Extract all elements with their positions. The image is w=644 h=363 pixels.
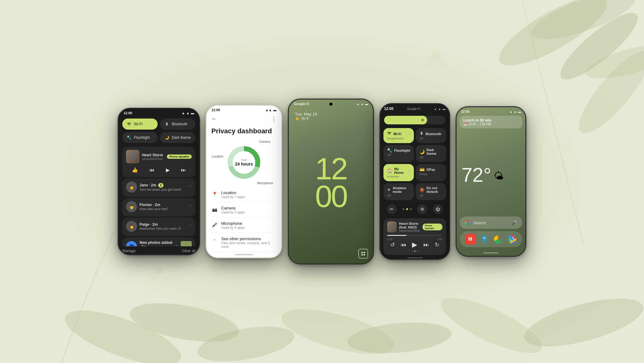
chart-location-label: Location bbox=[212, 155, 223, 158]
other-sub: Files and media, contacts, and 3 more bbox=[221, 241, 277, 248]
qs-screen: 12:00 Google Fi ▲ ▲ ▬ bbox=[380, 104, 449, 259]
notif-photos-expand[interactable]: ⌄ bbox=[175, 243, 178, 246]
home-screen: 12:00 ▲ ▲ ▬ Lunch in 30 min 📅 12:30 – 1:… bbox=[457, 107, 525, 256]
qs-home-row: 🏠 My Home › bbox=[387, 167, 410, 174]
dnd-tile-sub: Off bbox=[419, 194, 442, 197]
qs-music-controls: ↺ ⏮ ▶ ⏭ ↻ bbox=[387, 241, 442, 249]
dot3 bbox=[410, 208, 412, 210]
home-indicator bbox=[206, 252, 281, 257]
qs-dark-theme-tile[interactable]: 🌙 Dark theme Off bbox=[416, 145, 446, 162]
qs-edit-button[interactable]: ✏ bbox=[387, 204, 397, 214]
notif-paige: 👩 Paige · 2m ⌄ Awesome! See you soon :0 bbox=[122, 218, 195, 236]
qs-cast-btn[interactable]: ↻ bbox=[435, 241, 439, 248]
recent-apps-button[interactable] bbox=[358, 249, 368, 259]
flashlight-tile-sub: Off bbox=[387, 154, 410, 157]
camera-title: Camera bbox=[221, 206, 277, 210]
qs-flashlight-label: Flashlight bbox=[134, 135, 150, 140]
app-photos[interactable] bbox=[493, 234, 504, 245]
qs-gpay-tile[interactable]: 💳 GPay Ready bbox=[416, 164, 446, 181]
home-temperature: 72° bbox=[461, 165, 491, 185]
notif-florian-avatar: 👨 bbox=[126, 201, 137, 212]
privacy-microphone[interactable]: 🎤 Microphone Used by 6 apps bbox=[211, 218, 277, 233]
qs-flashlight-tile[interactable]: 🔦 Flashlight Off bbox=[383, 145, 414, 162]
music-album-art: 🎵 bbox=[126, 150, 139, 163]
notif-photos-name: New photos added · 5m bbox=[139, 240, 173, 246]
qs-music-top: 🎵 Heart Storm (feat. NAO) serpentwithfee… bbox=[387, 221, 442, 232]
qs-wifi-row: Wi-Fi › bbox=[387, 131, 410, 136]
phone1-time: 12:00 bbox=[124, 111, 132, 115]
qs-wifi-tile[interactable]: Wi-Fi › GoogleGuest bbox=[383, 128, 414, 143]
phone3-carrier: Google Fi bbox=[294, 102, 309, 106]
qs-dark-label: Dark theme bbox=[172, 135, 191, 140]
qs-play-btn[interactable]: ▶ bbox=[412, 241, 417, 249]
phone3-status-icons: ▲ ▲ ▬ bbox=[356, 102, 368, 106]
wifi-icon bbox=[127, 122, 132, 127]
other-title: See other permissions bbox=[221, 236, 277, 241]
qs-tile-bluetooth[interactable]: Bluetooth bbox=[160, 119, 195, 130]
search-text: Search bbox=[473, 221, 486, 225]
music-next-btn[interactable]: ⏭ bbox=[181, 167, 186, 173]
phone4-time-area: 12:00 bbox=[384, 107, 394, 111]
qs-power-button[interactable]: ⏻ bbox=[433, 204, 443, 214]
music-play-btn[interactable]: ▶ bbox=[166, 167, 170, 173]
phone-quick-settings: 12:00 Google Fi ▲ ▲ ▬ bbox=[379, 103, 450, 260]
app-gmail[interactable]: M bbox=[465, 234, 476, 245]
app-chrome[interactable] bbox=[506, 234, 517, 245]
notif-jane-header: 👩 Jane · 2m 2 ⌄ Text me when you get her… bbox=[126, 182, 192, 193]
location-icon: 📍 bbox=[211, 191, 218, 197]
notif-paige-expand[interactable]: ⌄ bbox=[189, 222, 192, 227]
phone-notifications: 12:00 ▲ ▲ ▬ Wi-Fi bbox=[118, 108, 200, 255]
notif-paige-avatar: 👩 bbox=[126, 221, 137, 232]
qs-bluetooth-label: Bluetooth bbox=[172, 122, 187, 126]
wifi-tile-sub: GoogleGuest bbox=[387, 137, 410, 140]
qs-tile-flashlight[interactable]: 🔦 Flashlight bbox=[122, 132, 158, 143]
back-button[interactable]: ← bbox=[211, 116, 217, 122]
clear-all-button[interactable]: Clear all bbox=[182, 249, 195, 253]
camera-icon: 📷 bbox=[211, 206, 218, 213]
home-search-bar[interactable]: Search 🎤 bbox=[460, 217, 522, 229]
phone1-screen: 12:00 ▲ ▲ ▬ Wi-Fi bbox=[119, 109, 199, 254]
phone5-home-indicator bbox=[457, 250, 525, 256]
privacy-location[interactable]: 📍 Location Used by 7 apps bbox=[211, 187, 277, 202]
music-thumb-up[interactable]: 👍 bbox=[132, 167, 138, 173]
mic-icon[interactable]: 🎤 bbox=[511, 220, 517, 226]
privacy-items: 📍 Location Used by 7 apps 📷 Camera Used … bbox=[206, 187, 281, 252]
more-button[interactable]: ⋮ bbox=[271, 115, 277, 122]
qs-dnd-tile[interactable]: 🔕 Do not disturb Off bbox=[416, 183, 446, 200]
qs-bluetooth-tile[interactable]: Bluetooth Off bbox=[416, 128, 446, 143]
notification-actions: Manage Clear all bbox=[119, 246, 199, 254]
phone2-battery: ▬ bbox=[273, 108, 277, 112]
notif-paige-name: Paige · 2m bbox=[139, 222, 158, 227]
dnd-tile-name: Do not disturb bbox=[426, 186, 442, 193]
qs-tile-dark-theme[interactable]: 🌙 Dark theme bbox=[160, 132, 195, 143]
notif-photos: 🖼 New photos added · 5m ⌄ Weekend getawa… bbox=[122, 237, 195, 246]
privacy-camera[interactable]: 📷 Camera Used by 5 apps bbox=[211, 203, 277, 217]
phone-clock: Google Fi ▲ ▲ ▬ Tue, May 18 ☀️ 76°F bbox=[288, 99, 374, 264]
notif-florian-expand[interactable]: ⌄ bbox=[189, 203, 192, 207]
qs-tile-wifi[interactable]: Wi-Fi bbox=[122, 119, 158, 130]
qs-prev-btn[interactable]: ⏮ bbox=[401, 242, 406, 248]
qs-replay-btn[interactable]: ↺ bbox=[390, 241, 395, 248]
qs-settings-button[interactable]: ⚙ bbox=[417, 204, 427, 214]
app-maps[interactable] bbox=[479, 234, 490, 245]
wifi-tile-icon bbox=[387, 131, 391, 136]
expand-icon: › bbox=[211, 237, 218, 243]
notif-jane-expand[interactable]: ⌄ bbox=[189, 183, 192, 187]
privacy-title: Privacy dashboard bbox=[206, 125, 281, 140]
airplane-tile-icon: ✈ bbox=[387, 187, 391, 192]
home-search-left: Search bbox=[465, 220, 486, 226]
home-weather-icon: 🌤 bbox=[494, 170, 504, 182]
chart-labels: Camera Location Microphone bbox=[224, 142, 264, 182]
home-tile-sub: 6 Devices bbox=[387, 175, 410, 178]
qs-home-tile[interactable]: 🏠 My Home › 6 Devices bbox=[383, 164, 414, 181]
brightness-bar[interactable]: ☀ bbox=[384, 116, 446, 124]
front-camera bbox=[329, 103, 332, 106]
qs-next-btn[interactable]: ⏭ bbox=[423, 242, 429, 248]
qs-airplane-tile[interactable]: ✈ Airplane mode Off bbox=[383, 183, 414, 200]
notif-jane-name: Jane · 2m bbox=[139, 183, 156, 187]
music-prev-btn[interactable]: ⏮ bbox=[149, 167, 154, 173]
qs-music-info: Heart Storm (feat. NAO) serpentwithfeet bbox=[399, 222, 420, 232]
manage-button[interactable]: Manage bbox=[122, 249, 135, 253]
privacy-other[interactable]: › See other permissions Files and media,… bbox=[211, 233, 277, 252]
phone4-battery: ▬ bbox=[442, 107, 446, 111]
